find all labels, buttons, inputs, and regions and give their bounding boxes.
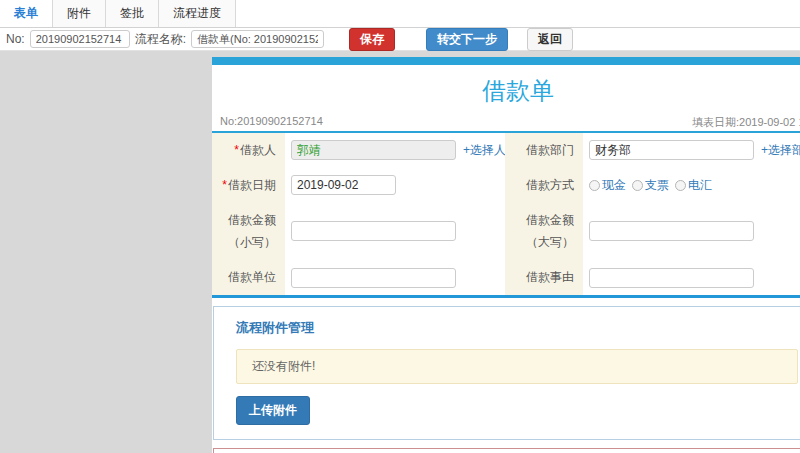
- tab-approval[interactable]: 签批: [106, 0, 159, 27]
- radio-button-icon[interactable]: [632, 180, 643, 191]
- amount-lowercase-label: 借款金额（小写）: [212, 203, 285, 261]
- attachments-panel: 流程附件管理 还没有附件! 上传附件: [213, 306, 800, 440]
- back-button[interactable]: 返回: [527, 28, 573, 51]
- tab-bar: 表单 附件 签批 流程进度: [0, 0, 800, 28]
- radio-button-icon[interactable]: [589, 180, 600, 191]
- form-panel: 借款单 No:20190902152714 填表日期:2019-09-02 15…: [212, 57, 800, 453]
- page-background: 借款单 No:20190902152714 填表日期:2019-09-02 15…: [0, 51, 800, 453]
- process-name-input[interactable]: [191, 30, 324, 48]
- required-mark: *: [222, 178, 227, 192]
- radio-cash-label: 现金: [602, 177, 626, 194]
- tab-form[interactable]: 表单: [0, 0, 53, 27]
- no-attachments-message: 还没有附件!: [236, 349, 798, 384]
- loan-form: *借款人 +选择人员 借款部门 +选择部门 *借款日期 借款方式: [212, 133, 800, 298]
- attachments-heading: 流程附件管理: [236, 319, 798, 337]
- toolbar: No: 流程名称: 保存 转交下一步 返回: [0, 28, 800, 51]
- loan-date-field[interactable]: [291, 175, 396, 195]
- radio-wire-transfer[interactable]: 电汇: [675, 177, 712, 194]
- upload-attachment-button[interactable]: 上传附件: [236, 396, 310, 425]
- radio-button-icon[interactable]: [675, 180, 686, 191]
- no-input[interactable]: [30, 30, 130, 48]
- tab-attachments[interactable]: 附件: [53, 0, 106, 27]
- amount-lowercase-field[interactable]: [291, 221, 456, 241]
- loan-reason-label: 借款事由: [505, 260, 583, 295]
- borrower-field[interactable]: [291, 140, 456, 160]
- panel-top-accent-bar: [212, 57, 800, 65]
- page-title: 借款单: [212, 65, 800, 113]
- meta-row: No:20190902152714 填表日期:2019-09-02 15:27:…: [212, 113, 800, 133]
- approval-comments-panel: 流程签批意见 B I abc ⚑ ”: [213, 448, 800, 453]
- amount-uppercase-label: 借款金额（大写）: [505, 203, 583, 261]
- fill-date: 填表日期:2019-09-02 15:27:1: [692, 115, 800, 130]
- department-label: 借款部门: [505, 133, 583, 168]
- loan-unit-label: 借款单位: [212, 260, 285, 295]
- required-mark: *: [234, 143, 239, 157]
- borrower-label: *借款人: [212, 133, 285, 168]
- loan-method-radio-group: 现金 支票 电汇: [589, 177, 712, 194]
- amount-uppercase-field[interactable]: [589, 221, 754, 241]
- radio-wire-transfer-label: 电汇: [688, 177, 712, 194]
- forward-next-step-button[interactable]: 转交下一步: [426, 28, 508, 51]
- save-button[interactable]: 保存: [349, 28, 395, 51]
- document-number: No:20190902152714: [220, 115, 323, 127]
- select-department-link[interactable]: +选择部门: [761, 142, 800, 159]
- radio-check[interactable]: 支票: [632, 177, 669, 194]
- radio-cash[interactable]: 现金: [589, 177, 626, 194]
- loan-date-label: *借款日期: [212, 168, 285, 203]
- loan-unit-field[interactable]: [291, 268, 456, 288]
- loan-reason-field[interactable]: [589, 268, 754, 288]
- tab-progress[interactable]: 流程进度: [159, 0, 236, 27]
- department-field[interactable]: [589, 140, 754, 160]
- no-label: No:: [6, 32, 25, 46]
- process-name-label: 流程名称:: [135, 31, 186, 48]
- radio-check-label: 支票: [645, 177, 669, 194]
- loan-method-label: 借款方式: [505, 168, 583, 203]
